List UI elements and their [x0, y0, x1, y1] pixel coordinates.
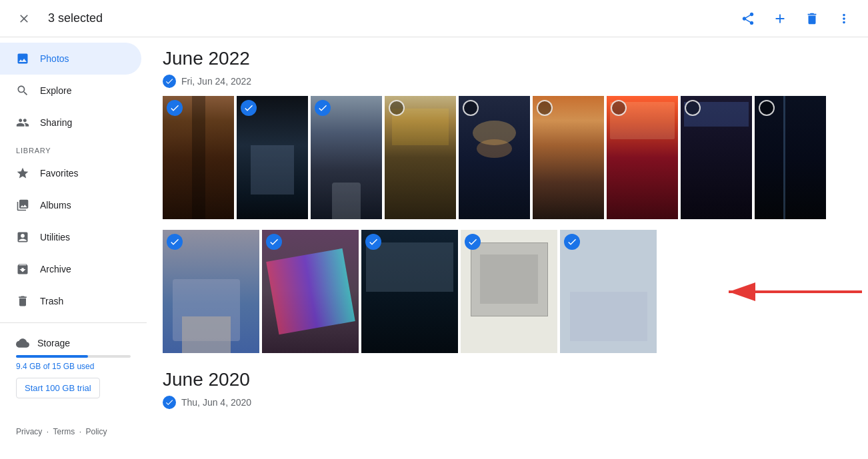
section-june-2020: June 2020 Thu, Jun 4, 2020	[163, 369, 852, 409]
star-icon	[16, 167, 29, 180]
storage-bar-fill	[16, 355, 88, 358]
photo-checkbox-12[interactable]	[365, 234, 381, 250]
sidebar-item-sharing[interactable]: Sharing	[0, 107, 141, 139]
row2-container	[163, 230, 852, 353]
sidebar-label-utilities: Utilities	[40, 232, 70, 242]
footer-links: Privacy · Terms · Policy	[0, 420, 147, 442]
more-options-button[interactable]	[831, 5, 857, 32]
section-title-june-2020: June 2020	[163, 369, 852, 390]
photo-item-6[interactable]	[533, 96, 604, 219]
photo-checkbox-10[interactable]	[167, 234, 183, 250]
topbar: 3 selected	[0, 0, 868, 37]
photo-item-7[interactable]	[607, 96, 678, 219]
photo-item-9[interactable]	[755, 96, 826, 219]
sidebar-label-albums: Albums	[40, 200, 71, 211]
dot2: ·	[79, 427, 81, 436]
explore-icon	[16, 84, 29, 97]
photo-checkbox-9[interactable]	[759, 100, 775, 116]
topbar-left: 3 selected	[11, 5, 735, 32]
photo-checkbox-8[interactable]	[685, 100, 701, 116]
date-row-june-2020: Thu, Jun 4, 2020	[163, 396, 852, 409]
sidebar-item-utilities[interactable]: Utilities	[0, 221, 141, 253]
photo-item-13[interactable]	[461, 230, 557, 353]
sidebar-item-explore[interactable]: Explore	[0, 75, 141, 107]
library-label: LIBRARY	[0, 139, 147, 157]
privacy-link[interactable]: Privacy	[16, 427, 42, 436]
photo-checkbox-2[interactable]	[241, 100, 257, 116]
date-row-june-2022: Fri, Jun 24, 2022	[163, 75, 852, 88]
photo-checkbox-6[interactable]	[537, 100, 553, 116]
section-title-june-2022: June 2022	[163, 48, 852, 69]
date-text-june-2020: Thu, Jun 4, 2020	[181, 397, 251, 408]
photo-checkbox-4[interactable]	[389, 100, 405, 116]
photo-item-12[interactable]	[361, 230, 458, 353]
photo-item-2[interactable]	[237, 96, 308, 219]
share-button[interactable]	[735, 5, 761, 32]
photo-item-8[interactable]	[681, 96, 752, 219]
archive-icon	[16, 262, 29, 276]
dot1: ·	[47, 427, 49, 436]
delete-button[interactable]	[799, 5, 825, 32]
sidebar-item-archive[interactable]: Archive	[0, 253, 141, 285]
albums-icon	[16, 199, 29, 212]
photo-grid-row2	[163, 230, 852, 353]
photo-checkbox-7[interactable]	[611, 100, 627, 116]
sidebar-item-photos[interactable]: Photos	[0, 43, 141, 75]
photo-item-14[interactable]	[560, 230, 657, 353]
trash-icon	[16, 294, 29, 308]
photo-checkbox-5[interactable]	[463, 100, 479, 116]
photo-checkbox-13[interactable]	[465, 234, 481, 250]
terms-link[interactable]: Terms	[53, 427, 75, 436]
date-check-icon-2020	[163, 396, 176, 409]
policy-link[interactable]: Policy	[86, 427, 107, 436]
sidebar-label-trash: Trash	[40, 296, 63, 306]
photo-item-11[interactable]	[262, 230, 359, 353]
sidebar-label-photos: Photos	[40, 53, 69, 64]
photos-icon	[16, 52, 29, 65]
photo-item-1[interactable]	[163, 96, 234, 219]
sidebar-label-explore: Explore	[40, 85, 71, 96]
photo-checkbox-1[interactable]	[167, 100, 183, 116]
photo-grid-row1	[163, 96, 852, 219]
main-layout: Photos Explore Sharing LIBRARY	[0, 37, 868, 459]
sidebar: Photos Explore Sharing LIBRARY	[0, 37, 147, 459]
section-june-2022: June 2022 Fri, Jun 24, 2022	[163, 48, 852, 353]
selected-count: 3 selected	[48, 11, 103, 25]
sidebar-item-trash[interactable]: Trash	[0, 285, 141, 317]
sharing-icon	[16, 116, 29, 129]
start-trial-button[interactable]: Start 100 GB trial	[16, 378, 100, 398]
utilities-icon	[16, 230, 29, 244]
storage-bar	[16, 355, 131, 358]
photo-checkbox-3[interactable]	[315, 100, 331, 116]
storage-section: Storage 9.4 GB of 15 GB used Start 100 G…	[0, 328, 147, 406]
photo-item-3[interactable]	[311, 96, 382, 219]
photo-item-10[interactable]	[163, 230, 259, 353]
sidebar-label-archive: Archive	[40, 264, 71, 274]
storage-used-text: 9.4 GB of 15 GB used	[16, 362, 131, 371]
sidebar-label-sharing: Sharing	[40, 117, 72, 128]
topbar-right	[735, 5, 857, 32]
content-area: June 2022 Fri, Jun 24, 2022	[147, 37, 868, 459]
storage-label: Storage	[16, 336, 131, 350]
close-button[interactable]	[11, 5, 37, 32]
sidebar-divider	[0, 322, 147, 323]
sidebar-item-favorites[interactable]: Favorites	[0, 157, 141, 189]
photo-checkbox-14[interactable]	[564, 234, 580, 250]
photo-checkbox-11[interactable]	[266, 234, 282, 250]
storage-title: Storage	[37, 338, 70, 348]
add-button[interactable]	[767, 5, 793, 32]
sidebar-item-albums[interactable]: Albums	[0, 189, 141, 221]
date-text-june-2022: Fri, Jun 24, 2022	[181, 76, 251, 87]
photo-item-4[interactable]	[385, 96, 456, 219]
photo-item-5[interactable]	[459, 96, 530, 219]
sidebar-label-favorites: Favorites	[40, 168, 79, 179]
date-check-icon	[163, 75, 176, 88]
